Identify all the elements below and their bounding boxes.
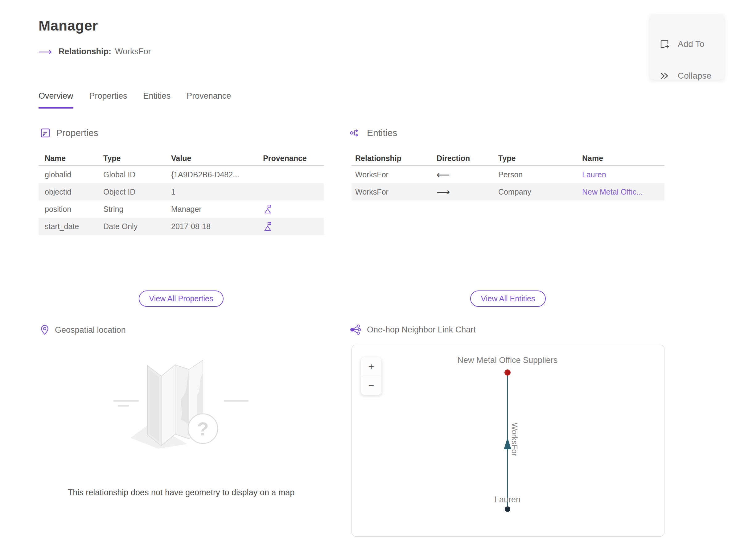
actions-panel: Add To Collapse bbox=[650, 15, 724, 80]
col-relationship: Relationship bbox=[352, 154, 437, 163]
view-all-properties-button[interactable]: View All Properties bbox=[139, 290, 224, 307]
direction-right-arrow-icon: ⟶ bbox=[437, 187, 450, 197]
zoom-control: + − bbox=[361, 357, 381, 395]
entities-table: Relationship Direction Type Name WorksFo… bbox=[352, 151, 664, 200]
prop-name: globalid bbox=[38, 170, 103, 179]
prop-value: Manager bbox=[171, 205, 258, 214]
entities-section-header: Entities bbox=[350, 128, 397, 138]
link-chart-graph[interactable] bbox=[352, 345, 664, 536]
tab-properties[interactable]: Properties bbox=[89, 91, 127, 108]
geospatial-section-header: Geospatial location bbox=[40, 324, 126, 336]
properties-section-title: Properties bbox=[56, 128, 98, 138]
properties-table-header: Name Type Value Provenance bbox=[38, 151, 324, 166]
col-name: Name bbox=[38, 154, 103, 163]
view-all-entities-wrap: View All Entities bbox=[352, 290, 664, 307]
provenance-flag-icon[interactable] bbox=[263, 221, 272, 231]
relationship-arrow-icon: ⟶ bbox=[38, 47, 52, 57]
svg-text:?: ? bbox=[197, 418, 209, 440]
prop-name: start_date bbox=[38, 222, 103, 231]
map-pin-icon bbox=[40, 324, 49, 336]
edge-label: WorksFor bbox=[510, 423, 519, 456]
onehop-section-header: One-hop Neighbor Link Chart bbox=[350, 324, 476, 335]
tab-provenance[interactable]: Provenance bbox=[187, 91, 231, 108]
table-row: start_date Date Only 2017-08-18 bbox=[38, 218, 324, 235]
prop-type: Date Only bbox=[103, 222, 171, 231]
col-type: Type bbox=[103, 154, 171, 163]
zoom-in-button[interactable]: + bbox=[361, 357, 381, 376]
top-node bbox=[504, 369, 511, 376]
collapse-button[interactable]: Collapse bbox=[659, 71, 711, 81]
subtitle-value: WorksFor bbox=[115, 47, 151, 57]
properties-icon bbox=[40, 128, 51, 138]
prop-type: Global ID bbox=[103, 170, 171, 179]
entity-type: Person bbox=[498, 170, 582, 179]
link-chart-icon bbox=[350, 324, 361, 335]
prop-provenance bbox=[258, 204, 317, 214]
entity-name-link[interactable]: New Metal Offic... bbox=[582, 187, 643, 196]
entities-table-header: Relationship Direction Type Name bbox=[352, 151, 664, 166]
direction-left-arrow-icon: ⟵ bbox=[437, 169, 450, 180]
entity-relationship: WorksFor bbox=[352, 170, 437, 179]
properties-section-header: Properties bbox=[40, 128, 98, 138]
entity-type: Company bbox=[498, 187, 582, 196]
table-row: objectid Object ID 1 bbox=[38, 183, 324, 200]
view-all-entities-button[interactable]: View All Entities bbox=[470, 290, 545, 307]
collapse-label: Collapse bbox=[678, 71, 711, 81]
bottom-node-label: Lauren bbox=[415, 495, 600, 504]
view-all-properties-wrap: View All Properties bbox=[38, 290, 324, 307]
top-node-label: New Metal Office Suppliers bbox=[415, 356, 600, 365]
prop-value: 2017-08-18 bbox=[171, 222, 258, 231]
add-to-button[interactable]: Add To bbox=[659, 39, 705, 49]
table-row: globalid Global ID {1A9DB2B6-D482... bbox=[38, 166, 324, 183]
entities-icon bbox=[350, 128, 361, 138]
provenance-flag-icon[interactable] bbox=[263, 204, 272, 214]
geospatial-empty-message: This relationship does not have geometry… bbox=[38, 488, 324, 497]
col-direction: Direction bbox=[437, 154, 498, 163]
prop-type: Object ID bbox=[103, 187, 171, 196]
collapse-icon bbox=[659, 71, 670, 81]
table-row: WorksFor ⟵ Person Lauren bbox=[352, 166, 664, 183]
geospatial-section-title: Geospatial location bbox=[55, 325, 126, 335]
subtitle-label: Relationship: bbox=[59, 47, 111, 57]
relationship-subtitle: ⟶ Relationship: WorksFor bbox=[38, 47, 151, 57]
col-provenance: Provenance bbox=[258, 154, 317, 163]
prop-value: 1 bbox=[171, 187, 258, 196]
table-row: WorksFor ⟶ Company New Metal Offic... bbox=[352, 183, 664, 200]
page-title: Manager bbox=[38, 17, 98, 34]
onehop-section-title: One-hop Neighbor Link Chart bbox=[367, 325, 476, 335]
tab-overview[interactable]: Overview bbox=[38, 91, 73, 108]
zoom-out-button[interactable]: − bbox=[361, 376, 381, 395]
table-row: position String Manager bbox=[38, 200, 324, 218]
folded-map-illustration: ? bbox=[110, 355, 252, 456]
add-to-label: Add To bbox=[678, 39, 705, 49]
map-placeholder: ? bbox=[38, 355, 324, 458]
tab-entities[interactable]: Entities bbox=[144, 91, 171, 108]
bottom-node bbox=[505, 506, 510, 512]
col-name: Name bbox=[582, 154, 661, 163]
col-value: Value bbox=[171, 154, 258, 163]
entity-name-link[interactable]: Lauren bbox=[582, 170, 606, 179]
col-type: Type bbox=[498, 154, 582, 163]
entity-relationship: WorksFor bbox=[352, 187, 437, 196]
prop-value: {1A9DB2B6-D482... bbox=[171, 170, 258, 179]
prop-provenance bbox=[258, 221, 317, 231]
entities-section-title: Entities bbox=[367, 128, 397, 138]
prop-name: position bbox=[38, 205, 103, 214]
tab-bar: Overview Properties Entities Provenance bbox=[38, 91, 231, 108]
properties-table: Name Type Value Provenance globalid Glob… bbox=[38, 151, 324, 235]
prop-name: objectid bbox=[38, 187, 103, 196]
prop-type: String bbox=[103, 205, 171, 214]
add-to-icon bbox=[659, 39, 670, 49]
relationship-details-page: Manager ⟶ Relationship: WorksFor Add To … bbox=[0, 0, 740, 560]
link-chart-card: + − New Metal Office Suppliers WorksFor … bbox=[352, 345, 664, 537]
